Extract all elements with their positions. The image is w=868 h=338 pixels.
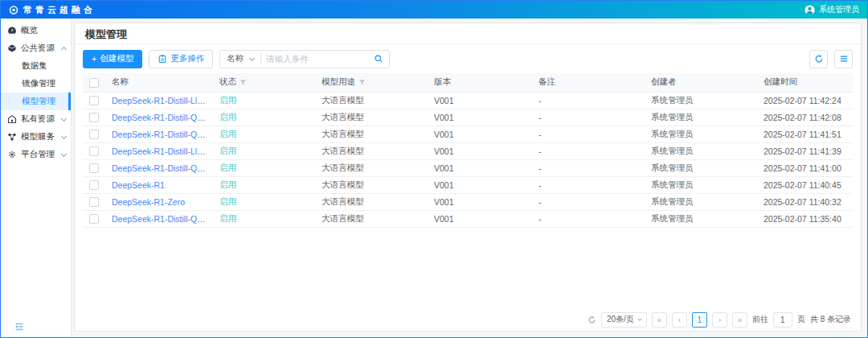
create-model-button[interactable]: + 创建模型 xyxy=(83,50,142,68)
model-name-link[interactable]: DeepSeek-R1-Distill-Qwen-14B xyxy=(112,130,213,139)
usage-cell: 大语言模型 xyxy=(321,95,364,105)
model-name-link[interactable]: DeepSeek-R1-Distill-Qwen-32B xyxy=(112,113,213,122)
row-checkbox[interactable] xyxy=(89,163,99,173)
remark-cell: - xyxy=(538,113,542,122)
status-badge: 启用 xyxy=(219,196,236,206)
table-row: DeepSeek-R1-Zero 启用 大语言模型 V001 - 系统管理员 2… xyxy=(83,193,853,210)
creator-cell: 系统管理员 xyxy=(651,112,694,122)
row-checkbox[interactable] xyxy=(89,214,99,224)
model-management-card: 模型管理 + 创建模型 更多操作 xyxy=(74,23,862,332)
refresh-icon[interactable] xyxy=(588,315,596,324)
version-cell: V001 xyxy=(434,146,454,156)
usage-cell: 大语言模型 xyxy=(321,146,364,155)
creator-cell: 系统管理员 xyxy=(651,179,694,189)
chevron-down-icon xyxy=(249,55,255,60)
model-name-link[interactable]: DeepSeek-R1 xyxy=(112,180,165,190)
models-table: 名称 状态 模型用途 版本 备注 创建者 创建时间 xyxy=(83,73,853,228)
select-all-checkbox[interactable] xyxy=(89,78,99,88)
usage-cell: 大语言模型 xyxy=(321,163,364,172)
chevron-down-icon xyxy=(637,316,642,321)
page-size-value: 20条/页 xyxy=(607,314,634,325)
sidebar-item-image-management[interactable]: 镜像管理 xyxy=(1,75,71,93)
page-size-select[interactable]: 20条/页 xyxy=(601,312,647,328)
user-menu[interactable]: 系统管理员 xyxy=(805,4,859,15)
user-name: 系统管理员 xyxy=(819,4,859,15)
model-name-link[interactable]: DeepSeek-R1-Distill-Llama-70B xyxy=(112,96,213,105)
model-name-link[interactable]: DeepSeek-R1-Distill-Qwen-7B xyxy=(112,214,213,224)
refresh-icon xyxy=(814,54,824,64)
search-icon xyxy=(374,54,383,64)
toolbar: + 创建模型 更多操作 名称 xyxy=(75,44,861,73)
remark-cell: - xyxy=(538,96,542,105)
row-checkbox[interactable] xyxy=(89,96,99,105)
first-page-button[interactable]: « xyxy=(652,312,667,328)
remark-cell: - xyxy=(538,214,542,224)
status-badge: 启用 xyxy=(219,179,236,189)
sidebar-item-label: 模型管理 xyxy=(22,96,55,107)
row-checkbox[interactable] xyxy=(89,146,99,156)
created-cell: 2025-02-07 11:41:39 xyxy=(764,146,841,156)
model-name-link[interactable]: DeepSeek-R1-Distill-Llama-8B xyxy=(112,146,213,156)
last-page-button[interactable]: » xyxy=(732,312,747,328)
column-header-remark: 备注 xyxy=(538,76,555,86)
chevron-up-icon xyxy=(61,47,67,52)
sidebar-item-overview[interactable]: 概览 xyxy=(1,22,71,39)
brand-name: 常青云超融合 xyxy=(23,4,96,16)
prev-page-button[interactable]: ‹ xyxy=(672,312,687,328)
table-row: DeepSeek-R1-Distill-Qwen-14B 启用 大语言模型 V0… xyxy=(83,126,853,142)
column-header-created: 创建时间 xyxy=(764,76,797,86)
sidebar-group-platform-management[interactable]: 平台管理 xyxy=(1,146,71,163)
status-badge: 启用 xyxy=(219,112,236,122)
usage-cell: 大语言模型 xyxy=(321,129,364,138)
filter-icon[interactable] xyxy=(240,79,247,86)
creator-cell: 系统管理员 xyxy=(651,95,694,105)
version-cell: V001 xyxy=(434,163,454,173)
search-box: 名称 xyxy=(219,50,390,68)
right-arrow-icon: › xyxy=(719,315,721,324)
row-checkbox[interactable] xyxy=(89,197,99,207)
row-checkbox[interactable] xyxy=(89,130,99,139)
search-button[interactable] xyxy=(368,54,389,64)
version-cell: V001 xyxy=(434,197,454,207)
more-actions-button[interactable]: 更多操作 xyxy=(149,50,213,68)
sidebar-group-label: 公共资源 xyxy=(21,43,58,54)
model-name-link[interactable]: DeepSeek-R1-Distill-Qwen-1.5B xyxy=(112,163,213,173)
created-cell: 2025-02-07 11:41:00 xyxy=(764,163,841,173)
created-cell: 2025-02-07 11:42:24 xyxy=(764,96,841,105)
created-cell: 2025-02-07 11:40:45 xyxy=(764,180,841,190)
table-header-row: 名称 状态 模型用途 版本 备注 创建者 创建时间 xyxy=(83,73,853,92)
sidebar-group-private-resources[interactable]: 私有资源 xyxy=(1,110,71,128)
usage-cell: 大语言模型 xyxy=(321,179,364,189)
sidebar-item-dataset[interactable]: 数据集 xyxy=(1,57,71,75)
search-field-select[interactable]: 名称 xyxy=(220,53,260,64)
model-services-icon xyxy=(7,132,17,142)
sidebar-item-label: 数据集 xyxy=(22,60,47,72)
row-checkbox[interactable] xyxy=(89,113,99,122)
sidebar-group-model-services[interactable]: 模型服务 xyxy=(1,128,71,146)
remark-cell: - xyxy=(538,130,542,139)
status-badge: 启用 xyxy=(219,213,236,223)
goto-label: 前往 xyxy=(752,314,768,325)
sidebar: 概览 公共资源 数据集 镜像管理 模型管理 xyxy=(1,19,72,337)
goto-page-input[interactable] xyxy=(773,312,792,328)
column-header-name: 名称 xyxy=(112,76,129,86)
sidebar-group-label: 模型服务 xyxy=(21,131,58,142)
column-header-usage: 模型用途 xyxy=(321,76,355,88)
search-input[interactable] xyxy=(261,54,368,64)
row-checkbox[interactable] xyxy=(89,180,99,190)
table-container: 名称 状态 模型用途 版本 备注 创建者 创建时间 xyxy=(75,73,861,308)
sidebar-group-public-resources[interactable]: 公共资源 xyxy=(1,39,71,57)
page-number-button[interactable]: 1 xyxy=(692,312,707,328)
collapse-sidebar-button[interactable] xyxy=(14,321,25,332)
private-resources-icon xyxy=(7,114,17,124)
model-name-link[interactable]: DeepSeek-R1-Zero xyxy=(112,197,185,207)
double-left-icon: « xyxy=(657,315,662,324)
column-settings-button[interactable] xyxy=(834,50,853,68)
refresh-table-button[interactable] xyxy=(809,50,828,68)
sidebar-item-model-management[interactable]: 模型管理 xyxy=(1,93,71,110)
left-arrow-icon: ‹ xyxy=(678,315,681,324)
filter-icon[interactable] xyxy=(358,79,366,86)
next-page-button[interactable]: › xyxy=(712,312,727,328)
table-row: DeepSeek-R1-Distill-Qwen-32B 启用 大语言模型 V0… xyxy=(83,109,853,126)
avatar-icon xyxy=(805,5,815,15)
